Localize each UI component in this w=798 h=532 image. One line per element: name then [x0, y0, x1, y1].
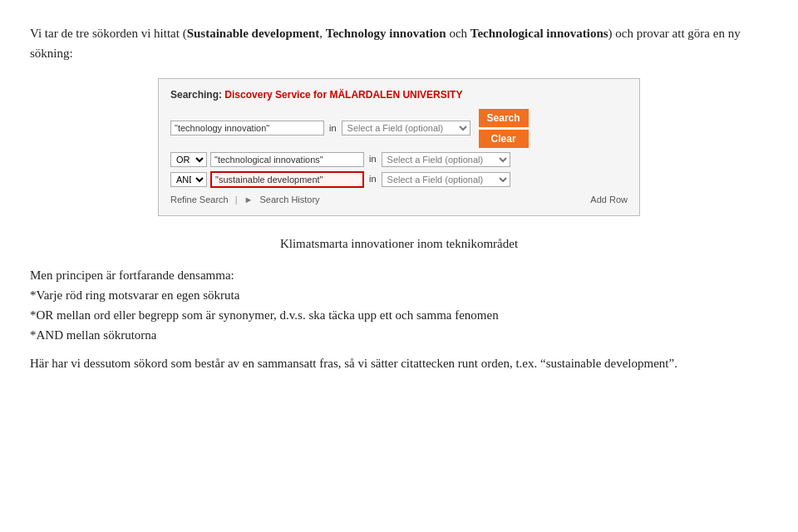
- intro-paragraph: Vi tar de tre sökorden vi hittat (Sustai…: [30, 23, 768, 63]
- body-intro: Men principen är fortfarande densamma:: [30, 265, 768, 285]
- intro-bold2: Technology innovation: [326, 27, 446, 40]
- search-button[interactable]: Search: [479, 109, 529, 127]
- body-point-1: *Varje röd ring motsvarar en egen sökrut…: [30, 285, 768, 305]
- middle-text: Klimatsmarta innovationer inom teknikomr…: [30, 234, 768, 254]
- intro-text-mid1: ,: [319, 27, 326, 40]
- in-label-3: in: [369, 172, 377, 186]
- search-title: Searching: Discovery Service for MÄLARDA…: [170, 87, 628, 103]
- add-row-link[interactable]: Add Row: [590, 193, 628, 207]
- field-select-2[interactable]: Select a Field (optional): [382, 152, 510, 167]
- search-field-1[interactable]: [170, 121, 324, 135]
- body-points: Men principen är fortfarande densamma: *…: [30, 265, 768, 345]
- search-box-wrapper: Searching: Discovery Service for MÄLARDA…: [30, 78, 768, 216]
- search-row-3: AND OR NOT in Select a Field (optional): [170, 171, 628, 188]
- in-label-1: in: [329, 121, 337, 135]
- search-row-1: in Select a Field (optional) Search Clea…: [170, 109, 628, 148]
- in-label-2: in: [369, 152, 377, 166]
- arrow-icon: ►: [244, 193, 254, 207]
- search-field-2[interactable]: [210, 152, 364, 167]
- intro-bold1: Sustainable development: [187, 27, 320, 40]
- bool-select-2[interactable]: OR AND NOT: [170, 152, 207, 167]
- intro-bold3: Technological innovations: [470, 27, 608, 40]
- field-select-1[interactable]: Select a Field (optional): [342, 121, 470, 135]
- search-history-link[interactable]: Search History: [259, 193, 319, 207]
- refine-search-link[interactable]: Refine Search: [170, 193, 229, 207]
- search-footer: Refine Search | ► Search History Add Row: [170, 193, 628, 207]
- search-field-3[interactable]: [210, 171, 364, 188]
- clear-button[interactable]: Clear: [479, 130, 529, 148]
- bool-select-3[interactable]: AND OR NOT: [170, 172, 207, 187]
- footer-text: Här har vi dessutom sökord som består av…: [30, 353, 768, 373]
- field-select-3[interactable]: Select a Field (optional): [382, 172, 510, 187]
- body-point-3: *AND mellan sökrutorna: [30, 325, 768, 345]
- body-point-2: *OR mellan ord eller begrepp som är syno…: [30, 305, 768, 325]
- separator: |: [235, 193, 238, 207]
- search-row-2: OR AND NOT in Select a Field (optional): [170, 152, 628, 167]
- intro-text-before: Vi tar de tre sökorden vi hittat (: [30, 27, 187, 40]
- search-buttons: Search Clear: [479, 109, 529, 148]
- intro-text-mid2: och: [446, 27, 470, 40]
- searching-label: Searching:: [170, 89, 222, 101]
- search-box: Searching: Discovery Service for MÄLARDA…: [158, 78, 640, 216]
- service-name: Discovery Service for MÄLARDALEN UNIVERS…: [224, 89, 462, 101]
